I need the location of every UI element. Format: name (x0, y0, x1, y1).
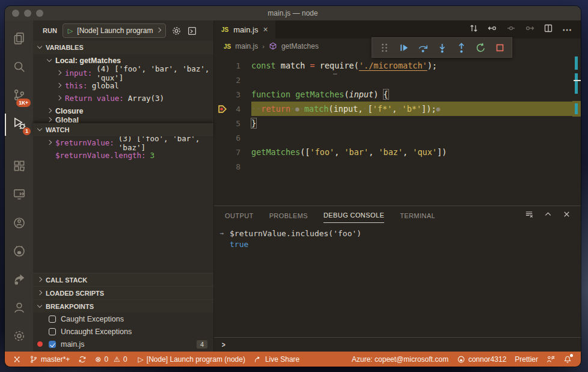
panel-tab-debug-console[interactable]: DEBUG CONSOLE (323, 207, 384, 223)
breakpoint-checkbox[interactable] (49, 341, 56, 348)
line-number[interactable]: 8 (214, 159, 251, 174)
navigate-dot-icon[interactable] (506, 23, 516, 35)
panel-tab-problems[interactable]: PROBLEMS (269, 208, 308, 223)
status-item-master[interactable]: master*+ (25, 352, 74, 367)
activity-item-search[interactable] (5, 53, 33, 82)
status-item-node-launch-program-node[interactable]: ▷[Node] Launch program (node) (134, 352, 250, 367)
variable-row[interactable]: Closure (33, 105, 213, 117)
scope-label: Closure (55, 107, 84, 115)
watch-row[interactable]: $returnValue:(3) ['foo', 'bar', 'baz'] (33, 136, 213, 149)
variable-row[interactable]: Global (33, 117, 213, 123)
maximize-panel-icon[interactable] (544, 210, 553, 221)
status-item-azure-copeet-microsoft-com[interactable]: Azure: copeet@microsoft.com (348, 352, 453, 367)
status-item[interactable] (559, 352, 576, 367)
line-number[interactable]: 7 (214, 145, 251, 159)
warning-icon: ⚠ (114, 355, 120, 364)
chevron-right-icon (57, 95, 61, 100)
tab-main-js[interactable]: JS main.js × (214, 20, 275, 38)
line-number[interactable]: 6 (214, 130, 251, 145)
start-debug-icon[interactable]: ▷ (68, 28, 73, 34)
activity-bar: 1K+1 (5, 20, 33, 352)
variable-row[interactable]: input:(4) ['foo', 'bar', 'baz', 'qux'] (33, 67, 213, 79)
code-line-text: getMatches(['foo', 'bar', 'baz', 'qux']) (251, 145, 581, 159)
restart-button[interactable] (472, 39, 489, 56)
breakpoint-label: main.js (61, 340, 85, 349)
breadcrumb-file[interactable]: main.js (235, 42, 258, 50)
status-item-prettier[interactable]: Prettier (510, 352, 542, 367)
line-number[interactable]: 4 (214, 102, 251, 116)
continue-button[interactable] (395, 39, 412, 56)
open-debug-console-icon[interactable] (187, 26, 197, 36)
activity-badge: 1 (23, 127, 31, 135)
status-item[interactable]: ⊗0⚠0 (91, 352, 133, 367)
step-into-button[interactable] (433, 39, 450, 56)
activity-item-accounts[interactable] (5, 295, 33, 323)
step-out-button[interactable] (453, 39, 470, 56)
activity-item-extensions[interactable] (5, 153, 33, 181)
more-actions-icon[interactable]: ⋯ (562, 24, 572, 35)
tab-label: main.js (233, 25, 258, 34)
console-result: true (214, 239, 581, 249)
line-number[interactable]: 1 (214, 58, 251, 73)
code-editor[interactable]: 1const match = require('./micromatch');2… (214, 54, 581, 206)
variable-name: input: (65, 69, 92, 78)
breakpoint-checkbox[interactable] (49, 316, 56, 323)
panel-tab-bar: OUTPUTPROBLEMSDEBUG CONSOLETERMINAL (214, 206, 581, 224)
activity-item-remote-explorer[interactable] (5, 181, 33, 210)
breakpoint-row[interactable]: main.js4 (33, 338, 213, 350)
status-item[interactable] (542, 352, 559, 367)
line-number[interactable]: 5 (214, 116, 251, 130)
status-item[interactable] (74, 352, 91, 367)
breakpoints-section-header[interactable]: BREAKPOINTS (33, 299, 213, 313)
variables-section-header[interactable]: VARIABLES (33, 41, 213, 54)
activity-item-explorer[interactable] (5, 25, 33, 53)
call-stack-section-header[interactable]: CALL STACK (33, 273, 213, 286)
code-line: 3function getMatches(input) { (214, 87, 581, 102)
split-editor-icon[interactable] (544, 23, 553, 35)
activity-item-pull-requests[interactable] (5, 266, 33, 294)
status-item-live-share[interactable]: Live Share (250, 352, 304, 367)
line-number[interactable]: 3 (214, 87, 251, 102)
line-number[interactable]: 2 (214, 73, 251, 87)
debug-console-output[interactable]: → $returnValue.includes('foo') true (214, 224, 581, 337)
watch-section-header[interactable]: WATCH (33, 123, 213, 136)
stop-button[interactable] (491, 39, 508, 56)
activity-item-source-control[interactable]: 1K+ (5, 82, 33, 110)
configure-gear-icon[interactable] (171, 26, 182, 36)
panel-tab-output[interactable]: OUTPUT (225, 208, 254, 223)
breakpoint-checkbox[interactable] (49, 328, 56, 335)
status-item[interactable] (8, 352, 25, 367)
chevron-down-icon (37, 44, 42, 49)
javascript-file-icon: JS (221, 26, 228, 33)
activity-item-github[interactable] (5, 238, 33, 266)
navigate-back-icon[interactable] (488, 23, 497, 35)
close-icon[interactable]: × (263, 25, 268, 34)
debug-current-line-breakpoint-icon[interactable] (218, 104, 228, 116)
editor-group: JS main.js × (213, 20, 581, 352)
navigate-forward-icon[interactable] (525, 23, 534, 35)
panel-tab-terminal[interactable]: TERMINAL (400, 208, 435, 223)
compare-changes-icon[interactable] (469, 23, 479, 35)
watch-value: (3) ['foo', 'bar', 'baz'] (118, 134, 213, 152)
breadcrumb-symbol[interactable]: getMatches (281, 42, 319, 50)
debug-console-input[interactable]: > (214, 337, 581, 352)
debug-toolbar (372, 37, 512, 58)
clear-console-icon[interactable] (525, 210, 534, 221)
step-over-button[interactable] (414, 39, 431, 56)
drag-grip-icon (376, 39, 393, 56)
debug-sidebar: RUN ▷ [Node] Launch program VAR (33, 20, 213, 352)
status-item-connor4312[interactable]: connor4312 (453, 352, 510, 367)
breakpoint-row[interactable]: Caught Exceptions (33, 313, 213, 325)
breakpoint-row[interactable]: Uncaught Exceptions (33, 325, 213, 338)
call-stack-header-label: CALL STACK (46, 276, 87, 284)
status-label: master*+ (41, 355, 70, 364)
activity-item-run-and-debug[interactable]: 1 (5, 111, 33, 139)
close-panel-icon[interactable] (562, 210, 571, 221)
variable-row[interactable]: Return value:Array(3) (33, 92, 213, 105)
loaded-scripts-section-header[interactable]: LOADED SCRIPTS (33, 286, 213, 299)
launch-config-dropdown[interactable]: ▷ [Node] Launch program (63, 23, 167, 38)
activity-item-settings-gear[interactable] (5, 323, 33, 352)
variables-tree: Local: getMatchesinput:(4) ['foo', 'bar'… (33, 54, 213, 123)
activity-item-live-share[interactable] (5, 210, 33, 238)
window-title: main.js — node (5, 9, 581, 17)
